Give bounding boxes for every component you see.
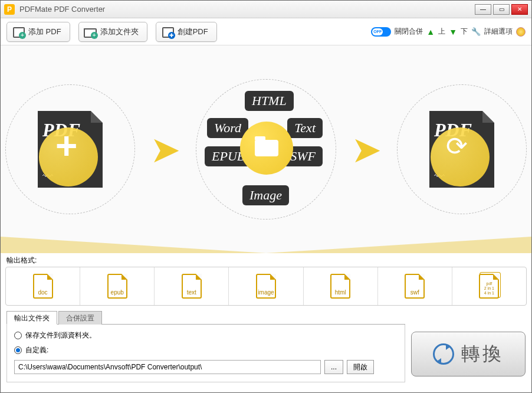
minimize-button[interactable]: — [475,4,491,15]
add-folder-icon [84,26,97,38]
add-folder-label: 添加文件夾 [100,27,139,37]
radio-save-source-label: 保存文件到源資料夾。 [25,330,96,340]
output-path-input[interactable] [14,360,321,374]
recycle-icon: ⟳ [446,131,468,161]
format-option-swf[interactable]: swf [378,267,452,305]
source-circle[interactable]: PDF 〰 + [5,84,135,214]
pdf-multi-icon: pdf2 in 14 in 1 [479,274,499,299]
settings-tabs: 輸出文件夾 合併設置 [6,310,405,325]
titlebar: P PDFMate PDF Converter — ▭ ✕ [1,1,531,18]
output-settings-panel: 輸出文件夾 合併設置 保存文件到源資料夾。 自定義: ... 開啟 [6,310,405,382]
format-option-text[interactable]: text [155,267,229,305]
add-pdf-label: 添加 PDF [28,27,61,37]
move-up-icon[interactable]: ▲ [426,27,435,37]
output-format-bar: doc epub text image html swf pdf2 in 14 … [5,267,527,306]
close-button[interactable]: ✕ [511,4,528,15]
format-option-doc[interactable]: doc [6,267,80,305]
merge-toggle-label: 關閉合併 [395,27,423,37]
folder-icon [255,140,278,156]
window-title: PDFMate PDF Converter [19,5,475,14]
format-option-image[interactable]: image [229,267,303,305]
output-format-label: 輸出格式: [1,253,531,267]
output-circle[interactable]: PDF 〰 ⟳ [397,84,527,214]
bottom-panel: 輸出文件夾 合併設置 保存文件到源資料夾。 自定義: ... 開啟 [1,306,531,388]
format-html: HTML [245,91,294,111]
radio-custom-label: 自定義: [25,345,48,355]
text-icon: text [182,274,202,299]
maximize-button[interactable]: ▭ [493,4,510,15]
open-folder-button[interactable]: 開啟 [347,360,374,374]
merge-toggle[interactable]: OFF [371,27,391,37]
radio-save-source[interactable] [14,332,22,339]
arrow-icon: ➤ [152,130,179,169]
tab-output-folder[interactable]: 輸出文件夾 [6,311,57,325]
format-word: Word [207,118,248,138]
build-pdf-label: 創建PDF [178,27,208,37]
move-up-label[interactable]: 上 [438,27,445,37]
app-window: P PDFMate PDF Converter — ▭ ✕ 添加 PDF 添加文… [0,0,532,393]
browse-button[interactable]: ... [324,360,343,374]
formats-circle[interactable]: HTML Word Text EPUB SWF Image [196,79,336,220]
add-pdf-button[interactable]: 添加 PDF [6,22,70,42]
format-option-pdf[interactable]: pdf2 in 14 in 1 [452,267,526,305]
format-option-epub[interactable]: epub [80,267,155,305]
build-pdf-button[interactable]: 創建PDF [156,22,217,42]
output-folder-panel: 保存文件到源資料夾。 自定義: ... 開啟 [6,325,405,382]
toggle-state: OFF [372,28,383,35]
image-icon: image [256,274,276,299]
plus-icon: + [55,124,77,168]
center-folder-bubble [240,122,293,175]
wrench-icon: 🔧 [471,27,481,36]
format-image: Image [242,185,289,205]
toolbar-right: OFF 關閉合併 ▲上 ▼下 🔧 詳細選項 [371,27,526,37]
add-pdf-icon [12,26,25,38]
advanced-options-link[interactable]: 詳細選項 [484,27,513,37]
format-option-html[interactable]: html [304,267,378,305]
swf-icon: swf [405,274,425,299]
language-icon[interactable] [516,27,526,37]
workflow-stage: PDF 〰 + ➤ HTML Word Text EPUB SWF Image [1,45,531,253]
html-icon: html [330,274,350,299]
build-pdf-icon [161,26,174,38]
radio-custom[interactable] [14,346,22,354]
window-controls: — ▭ ✕ [475,4,528,15]
doc-icon: doc [33,274,53,299]
convert-button[interactable]: 轉換 [411,332,526,376]
convert-icon [433,343,454,365]
epub-icon: epub [107,274,127,299]
move-down-icon[interactable]: ▼ [449,27,457,37]
format-text: Text [287,118,323,138]
arrow-icon: ➤ [353,130,380,169]
convert-label: 轉換 [461,341,504,367]
tab-merge-settings[interactable]: 合併設置 [58,311,102,325]
add-folder-button[interactable]: 添加文件夾 [78,22,147,42]
move-down-label[interactable]: 下 [461,27,468,37]
workflow-canvas: PDF 〰 + ➤ HTML Word Text EPUB SWF Image [1,45,531,253]
main-toolbar: 添加 PDF 添加文件夾 創建PDF OFF 關閉合併 ▲上 ▼下 🔧 詳細選項 [1,18,531,45]
app-logo-icon: P [4,4,15,15]
